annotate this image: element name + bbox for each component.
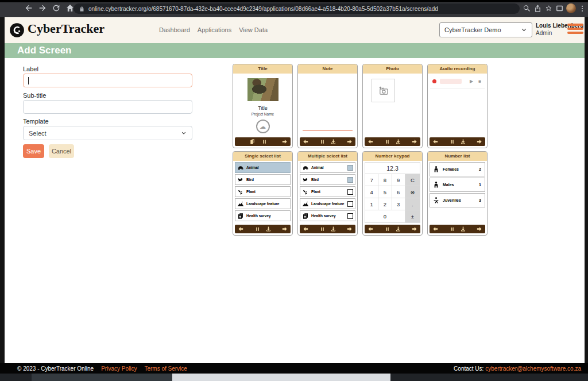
list-item: Plant: [235, 186, 291, 197]
next-icon: [281, 226, 288, 232]
list-item-value: 2: [479, 167, 481, 171]
save-icon: [395, 138, 401, 145]
list-item-label: Bird: [311, 178, 319, 182]
bookmark-star-icon[interactable]: [544, 4, 553, 13]
chevron-down-icon: [181, 130, 187, 136]
card-preview-body: ▶■: [428, 74, 487, 136]
checkbox: [347, 213, 353, 219]
subtitle-input[interactable]: [23, 100, 192, 114]
template-select[interactable]: Select: [23, 126, 192, 140]
cloud-icon: ☁: [260, 123, 266, 130]
refresh-icon[interactable]: [52, 3, 61, 13]
preview-toolbar: [430, 137, 485, 146]
list-item-value: 1: [479, 183, 481, 187]
back-icon: [368, 138, 374, 145]
copyright-text: © 2023 - CyberTracker Online: [17, 365, 94, 372]
next-icon: [476, 226, 482, 232]
card-preview-body: AnimalBirdPlantLandscape featureHealth s…: [233, 161, 292, 223]
card-title: Multiple select list: [298, 152, 357, 161]
back-icon[interactable]: [24, 3, 33, 13]
elephant-icon: [302, 164, 309, 171]
brand-title[interactable]: CyberTracker: [28, 21, 105, 36]
pause-icon: [384, 138, 390, 145]
checkbox: [347, 201, 353, 207]
list-item-label: Health survey: [246, 214, 271, 218]
pause-icon: [384, 226, 390, 232]
template-card-number-keypad[interactable]: Number keypad12.3789C456⊗123.0±: [362, 151, 423, 236]
preview-toolbar: [235, 225, 291, 233]
save-icon: [460, 226, 466, 232]
organization-select[interactable]: CyberTracker Demo: [439, 22, 532, 37]
card-preview-body: [363, 74, 422, 136]
copy-icon: [249, 138, 256, 145]
back-icon: [368, 226, 374, 232]
menu-dots-icon[interactable]: [578, 5, 586, 13]
cancel-button[interactable]: Cancel: [49, 144, 74, 158]
template-card-single-select-list[interactable]: Single select listAnimalBirdPlantLandsca…: [233, 151, 293, 236]
back-icon: [303, 226, 309, 232]
template-card-multiple-select-list[interactable]: Multiple select listAnimalBirdPlantLands…: [297, 151, 358, 236]
preview-toolbar: [300, 137, 355, 146]
save-button[interactable]: Save: [23, 144, 44, 158]
nav-view-data[interactable]: View Data: [239, 26, 268, 33]
template-card-photo[interactable]: Photo: [362, 64, 423, 148]
child-icon: [432, 197, 440, 204]
save-icon: [395, 226, 401, 232]
pause-icon: [449, 138, 455, 145]
privacy-policy-link[interactable]: Privacy Policy: [101, 365, 137, 372]
record-icon: [432, 79, 436, 83]
card-preview-body: 12.3789C456⊗123.0±: [363, 161, 422, 223]
terms-of-service-link[interactable]: Terms of Service: [144, 365, 187, 372]
play-icon: ▶: [470, 79, 473, 84]
list-item-label: Females: [443, 167, 459, 171]
back-icon: [238, 226, 244, 232]
share-icon[interactable]: [533, 4, 542, 13]
keypad-key: ±: [405, 210, 420, 222]
hamburger-menu-icon[interactable]: [567, 24, 583, 34]
nav-applications[interactable]: Applications: [198, 26, 231, 33]
list-item-label: Landscape feature: [246, 202, 279, 206]
template-card-audio-recording[interactable]: Audio recording▶■: [427, 64, 488, 148]
list-item: Juveniles3: [430, 193, 485, 207]
url-bar[interactable]: online.cybertracker.org/o/68571670-87da-…: [74, 3, 520, 14]
window-edge-right: [585, 17, 588, 374]
card-title: Photo: [363, 64, 422, 74]
list-item: Bird: [235, 174, 291, 185]
nav-dashboard[interactable]: Dashboard: [159, 26, 190, 33]
list-item: Animal: [300, 162, 355, 173]
template-card-title[interactable]: TitleTitleProject Name☁: [233, 64, 293, 148]
screen: online.cybertracker.org/o/68571670-87da-…: [0, 0, 588, 381]
keypad-key: C: [405, 174, 420, 186]
main-nav: Dashboard Applications View Data: [159, 26, 268, 33]
screen-title-text: Title: [233, 105, 292, 111]
contact-block: Contact Us: cybertracker@alchemysoftware…: [454, 365, 581, 372]
label-input[interactable]: [23, 74, 192, 87]
save-icon: [460, 138, 466, 145]
page-title: Add Screen: [17, 45, 71, 56]
template-card-note[interactable]: Note: [297, 64, 358, 148]
taskbar-sliver: [0, 374, 588, 381]
list-item-label: Animal: [311, 166, 324, 170]
profile-avatar[interactable]: [566, 3, 576, 13]
keypad-display: 12.3: [365, 163, 420, 174]
zoom-out-icon[interactable]: [523, 4, 531, 13]
list-item-label: Plant: [311, 190, 320, 194]
subtitle-field-label: Sub-title: [23, 92, 46, 99]
forward-icon[interactable]: [38, 3, 47, 13]
site-header: CyberTracker Dashboard Applications View…: [5, 17, 585, 43]
contact-email-link[interactable]: cybertracker@alchemysoftware.co.za: [485, 365, 581, 372]
list-item: Bird: [300, 174, 355, 185]
audio-progress-bar: [440, 79, 462, 84]
side-panel-icon[interactable]: [555, 4, 564, 13]
health-icon: [302, 213, 309, 220]
text-caret: [28, 77, 29, 84]
template-card-number-list[interactable]: Number listFemales2Males1Juveniles3: [427, 151, 488, 236]
keypad-key: 2: [378, 198, 392, 210]
preview-toolbar: [430, 225, 485, 233]
lock-icon: [79, 6, 85, 12]
organization-select-value: CyberTracker Demo: [444, 26, 501, 33]
keypad-key: .: [405, 198, 420, 210]
site-footer: © 2023 - CyberTracker Online Privacy Pol…: [0, 363, 588, 374]
card-title: Audio recording: [428, 64, 487, 74]
pause-icon: [319, 138, 326, 145]
